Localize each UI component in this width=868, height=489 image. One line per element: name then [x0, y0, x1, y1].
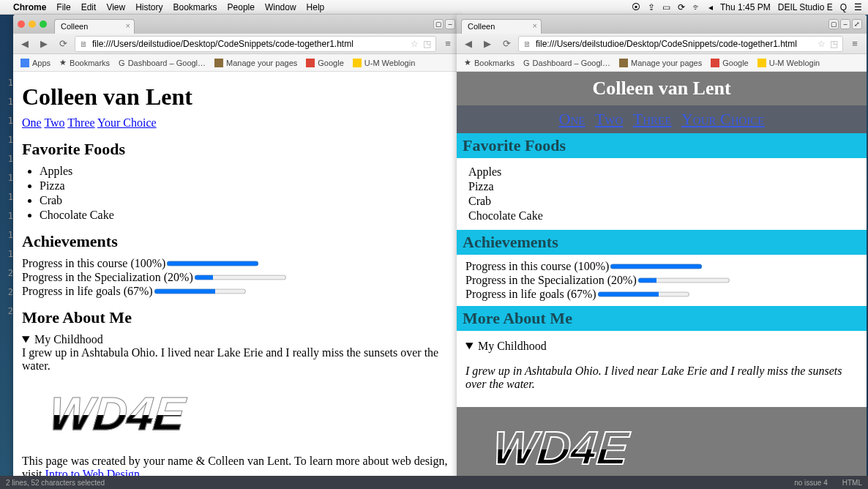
- screencast-icon[interactable]: ⦿: [632, 2, 640, 12]
- progress-bar: [638, 275, 730, 285]
- addressbar: ◀ ▶ ⟳ 🗎 file:///Users/deilstudioe/Deskto…: [457, 34, 867, 54]
- url-text: file:///Users/deilstudioe/Desktop/CodeSn…: [536, 39, 797, 49]
- bk-weblogin[interactable]: U-M Weblogin: [757, 59, 820, 67]
- reload-button[interactable]: ⟳: [56, 37, 70, 51]
- list-item: Pizza: [468, 180, 858, 193]
- details-childhood[interactable]: My Childhood I grew up in Ashtabula Ohio…: [465, 340, 858, 391]
- avatar-icon[interactable]: ▢: [828, 19, 839, 29]
- avatar-icon[interactable]: ▢: [433, 19, 444, 29]
- bk-apps[interactable]: Apps: [20, 59, 50, 67]
- nav-three[interactable]: Three: [633, 110, 672, 128]
- editor-line-numbers: 1111111111222: [0, 73, 15, 321]
- list-item: Crab: [468, 195, 858, 208]
- wd4e-logo: WD4E: [19, 377, 216, 450]
- chrome-window-left: Colleen × ▢ – ◀ ▶ ⟳ 🗎 file:///Users/deil…: [13, 15, 460, 483]
- display-icon[interactable]: ▭: [662, 2, 670, 12]
- bk-weblogin[interactable]: U-M Weblogin: [353, 59, 416, 67]
- sync-icon[interactable]: ⟳: [678, 2, 685, 12]
- reload-button[interactable]: ⟳: [499, 37, 514, 51]
- menu-file[interactable]: File: [56, 2, 70, 12]
- menu-icon[interactable]: ≡: [848, 37, 862, 51]
- back-button[interactable]: ◀: [18, 37, 32, 51]
- bk-dashboard[interactable]: G Dashboard – Googl…: [119, 59, 206, 67]
- window-controls: ▢ – ⤢: [828, 19, 862, 29]
- foods-list: Apples Pizza Crab Chocolate Cake: [40, 165, 451, 222]
- progress-row: Progress in life goals (67%): [465, 288, 858, 301]
- max-dot[interactable]: [40, 20, 47, 28]
- heading-about: More About Me: [22, 308, 451, 327]
- url-field[interactable]: 🗎 file:///Users/deilstudioe/Desktop/Code…: [518, 36, 843, 52]
- footer: WD4E This page was created by your name …: [457, 407, 867, 483]
- star-icon[interactable]: ☆: [411, 39, 419, 49]
- notification-icon[interactable]: ☰: [854, 2, 862, 12]
- nav-choice[interactable]: Your Choice: [681, 110, 765, 128]
- nav-two[interactable]: Two: [595, 110, 623, 128]
- nav-three[interactable]: Three: [67, 116, 94, 129]
- bk-bookmarks[interactable]: ★ Bookmarks: [464, 58, 515, 67]
- min-dot[interactable]: [29, 20, 36, 28]
- tab-close-icon[interactable]: ×: [533, 21, 537, 30]
- list-item: Apples: [468, 165, 858, 179]
- window-controls: ▢ –: [433, 19, 455, 29]
- bk-dashboard[interactable]: G Dashboard – Googl…: [523, 59, 610, 67]
- progress-row: Progress in the Specialization (20%): [22, 271, 451, 284]
- bk-manage[interactable]: Manage your pages: [619, 59, 702, 67]
- menu-view[interactable]: View: [106, 2, 125, 12]
- bk-google[interactable]: Google: [711, 59, 748, 67]
- list-item: Crab: [40, 194, 451, 207]
- dropbox-icon[interactable]: ⇪: [648, 2, 655, 12]
- details-summary[interactable]: My Childhood: [22, 333, 451, 346]
- expand-icon[interactable]: ⤢: [852, 19, 862, 29]
- foods-list: Apples Pizza Crab Chocolate Cake: [468, 165, 858, 223]
- nav-two[interactable]: Two: [44, 116, 64, 129]
- page-icon[interactable]: ◳: [830, 39, 838, 49]
- volume-icon[interactable]: ◂: [708, 2, 713, 12]
- nav-choice[interactable]: Your Choice: [97, 116, 157, 129]
- progress-bar: [154, 286, 246, 296]
- menu-icon[interactable]: ≡: [441, 37, 455, 51]
- tabstrip: Colleen × ▢ –: [13, 15, 460, 34]
- file-icon: 🗎: [80, 40, 88, 48]
- list-item: Pizza: [40, 179, 451, 193]
- menu-edit[interactable]: Edit: [81, 2, 97, 12]
- menubar-time[interactable]: Thu 1:45 PM: [720, 2, 771, 12]
- menu-window[interactable]: Window: [265, 2, 296, 12]
- minimize-icon[interactable]: –: [840, 19, 850, 29]
- browser-tab[interactable]: Colleen ×: [461, 19, 542, 34]
- bk-google[interactable]: Google: [306, 59, 343, 67]
- menubar-app[interactable]: Chrome: [13, 2, 46, 12]
- wifi-icon[interactable]: ᯤ: [692, 2, 701, 12]
- nav-one[interactable]: One: [559, 110, 585, 128]
- star-icon[interactable]: ☆: [818, 39, 826, 49]
- page-icon[interactable]: ◳: [423, 39, 431, 49]
- progress-bar: [195, 272, 286, 283]
- details-summary[interactable]: My Childhood: [465, 340, 858, 353]
- menu-bookmarks[interactable]: Bookmarks: [173, 2, 217, 12]
- details-body: I grew up in Ashtabula Ohio. I lived nea…: [465, 365, 858, 391]
- tab-close-icon[interactable]: ×: [126, 21, 130, 30]
- menu-people[interactable]: People: [228, 2, 255, 12]
- menu-help[interactable]: Help: [307, 2, 325, 12]
- details-childhood[interactable]: My Childhood I grew up in Ashtabula Ohio…: [22, 333, 451, 373]
- menubar-user[interactable]: DEIL Studio E: [778, 2, 833, 12]
- page-title: Colleen van Lent: [457, 72, 867, 105]
- close-dot[interactable]: [18, 20, 25, 28]
- spotlight-icon[interactable]: Q: [840, 2, 847, 12]
- chrome-window-right: Colleen × ▢ – ⤢ ◀ ▶ ⟳ 🗎 file:///Users/de…: [457, 15, 867, 483]
- forward-button[interactable]: ▶: [37, 37, 51, 51]
- nav-one[interactable]: One: [22, 116, 42, 129]
- status-filetype: HTML: [842, 479, 862, 487]
- mac-menubar: Chrome File Edit View History Bookmarks …: [0, 0, 868, 15]
- back-button[interactable]: ◀: [461, 37, 476, 51]
- menu-history[interactable]: History: [135, 2, 162, 12]
- url-field[interactable]: 🗎 file:///Users/deilstudioe/Desktop/Code…: [75, 36, 436, 52]
- progress-bar: [167, 258, 258, 269]
- heading-achievements: Achievements: [457, 230, 867, 255]
- forward-button[interactable]: ▶: [480, 37, 495, 51]
- minimize-icon[interactable]: –: [445, 19, 455, 29]
- bk-manage[interactable]: Manage your pages: [214, 59, 297, 67]
- browser-tab[interactable]: Colleen ×: [54, 19, 135, 34]
- status-issues: no issue 4: [794, 479, 828, 487]
- bk-bookmarks[interactable]: ★ Bookmarks: [59, 58, 110, 67]
- nav-links: One Two Three Your Choice: [22, 116, 451, 130]
